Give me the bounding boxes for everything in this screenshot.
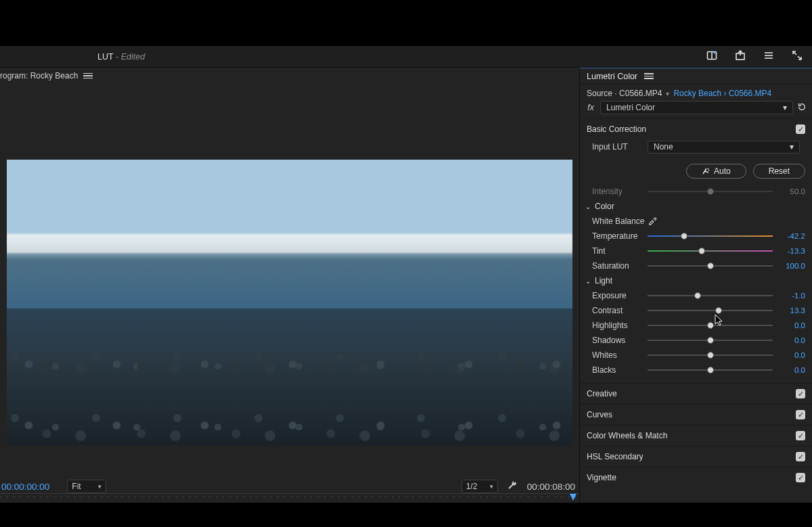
app-titlebar: LUT - Edited xyxy=(0,46,812,68)
section-hsl-secondary: HSL Secondary✓ xyxy=(580,446,812,467)
whites-label: Whites xyxy=(592,350,645,360)
section-color-wheels-match: Color Wheels & Match✓ xyxy=(580,425,812,446)
temperature-slider[interactable] xyxy=(648,232,773,240)
intensity-label: Intensity xyxy=(592,187,645,196)
resolution-dropdown[interactable]: 1/2▾ xyxy=(461,480,498,493)
clip-path-link[interactable]: Rocky Beach › C0566.MP4 xyxy=(673,89,771,98)
contrast-label: Contrast xyxy=(592,306,645,315)
section-creative: Creative✓ xyxy=(580,383,812,404)
exposure-slider[interactable] xyxy=(648,292,773,300)
white-balance-label: White Balance xyxy=(592,216,645,226)
effect-dropdown[interactable]: Lumetri Color▾ xyxy=(600,101,793,114)
intensity-value: 50.0 xyxy=(778,187,805,196)
program-monitor-header: rogram: Rocky Beach xyxy=(0,68,579,84)
section-title[interactable]: Creative xyxy=(587,389,796,398)
section-enable-checkbox[interactable]: ✓ xyxy=(796,473,805,482)
color-group-label: Color xyxy=(595,202,614,211)
chevron-down-icon: ▾ xyxy=(98,483,102,490)
light-group-label: Light xyxy=(595,276,612,285)
exposure-value[interactable]: -1.0 xyxy=(778,292,805,300)
section-title[interactable]: Vignette xyxy=(587,473,796,482)
twirl-down-icon[interactable]: ⌄ xyxy=(585,277,591,285)
lumetri-header: Lumetri Color xyxy=(580,68,812,85)
panel-menu-icon[interactable] xyxy=(644,72,654,81)
macos-bottom-gap xyxy=(0,503,812,527)
intensity-slider xyxy=(648,187,773,196)
input-lut-dropdown[interactable]: None▾ xyxy=(648,141,800,154)
saturation-slider[interactable] xyxy=(648,262,773,270)
lumetri-title: Lumetri Color xyxy=(587,72,637,81)
input-lut-label: Input LUT xyxy=(592,142,645,152)
whites-value[interactable]: 0.0 xyxy=(778,351,805,359)
section-enable-checkbox[interactable]: ✓ xyxy=(796,389,805,398)
lumetri-color-panel: Lumetri Color Source · C0566.MP4 ▾ Rocky… xyxy=(579,68,812,503)
contrast-slider[interactable] xyxy=(648,306,773,315)
highlights-slider[interactable] xyxy=(648,321,773,329)
zoom-fit-dropdown[interactable]: Fit▾ xyxy=(67,480,106,493)
blacks-label: Blacks xyxy=(592,365,645,375)
twirl-down-icon[interactable]: ⌄ xyxy=(585,203,591,210)
eyedropper-icon[interactable] xyxy=(648,216,657,227)
reset-effect-icon[interactable] xyxy=(797,102,807,114)
auto-button[interactable]: Auto xyxy=(686,164,746,179)
zoom-fit-label: Fit xyxy=(72,482,81,491)
program-monitor-title: rogram: Rocky Beach xyxy=(0,71,78,81)
section-vignette: Vignette✓ xyxy=(580,467,812,488)
section-title[interactable]: Color Wheels & Match xyxy=(587,431,796,440)
transport-bar: 00:00:00:00 Fit▾ 1/2▾ 00:00:08:00 xyxy=(0,465,579,503)
section-enable-checkbox[interactable]: ✓ xyxy=(796,431,805,440)
fullscreen-icon[interactable] xyxy=(792,50,803,63)
chevron-down-icon: ▾ xyxy=(490,483,493,490)
section-title[interactable]: HSL Secondary xyxy=(587,452,796,461)
effect-dropdown-label: Lumetri Color xyxy=(606,103,655,112)
video-preview-frame[interactable] xyxy=(7,160,572,446)
whites-slider[interactable] xyxy=(648,351,773,359)
section-curves: Curves✓ xyxy=(580,404,812,425)
timecode-in[interactable]: 00:00:00:00 xyxy=(1,482,49,492)
workspace-layout-icon[interactable] xyxy=(706,50,717,63)
section-title[interactable]: Basic Correction xyxy=(587,124,796,134)
blacks-slider[interactable] xyxy=(648,366,773,374)
shadows-slider[interactable] xyxy=(648,336,773,344)
chevron-down-icon: ▾ xyxy=(783,103,787,112)
highlights-value[interactable]: 0.0 xyxy=(778,321,805,329)
source-clip-row: Source · C0566.MP4 ▾ Rocky Beach › C0566… xyxy=(580,85,812,98)
saturation-value[interactable]: 100.0 xyxy=(778,262,805,270)
tint-label: Tint xyxy=(592,246,645,256)
highlights-label: Highlights xyxy=(592,321,645,330)
export-icon[interactable] xyxy=(735,50,746,63)
section-basic-correction: Basic Correction ✓ Input LUT None▾ Aut xyxy=(580,118,812,383)
section-enable-checkbox[interactable]: ✓ xyxy=(796,410,805,419)
resolution-label: 1/2 xyxy=(466,482,478,491)
temperature-value[interactable]: -42.2 xyxy=(778,232,805,240)
tint-slider[interactable] xyxy=(648,247,773,255)
reset-button[interactable]: Reset xyxy=(753,164,805,179)
section-enable-checkbox[interactable]: ✓ xyxy=(796,452,805,461)
section-enable-checkbox[interactable]: ✓ xyxy=(796,124,805,134)
fx-badge-icon: fx xyxy=(585,103,596,112)
chevron-down-icon[interactable]: ▾ xyxy=(666,90,669,97)
tint-value[interactable]: -13.3 xyxy=(778,247,805,255)
program-monitor-panel: rogram: Rocky Beach 00:00:00:00 Fit▾ 1/2… xyxy=(0,68,579,503)
project-modified: - Edited xyxy=(114,52,145,62)
shadows-value[interactable]: 0.0 xyxy=(778,336,805,344)
shadows-label: Shadows xyxy=(592,336,645,345)
panel-menu-icon[interactable] xyxy=(83,72,93,81)
temperature-label: Temperature xyxy=(592,231,645,241)
blacks-value[interactable]: 0.0 xyxy=(778,366,805,374)
macos-top-gap xyxy=(0,0,812,46)
chevron-down-icon: ▾ xyxy=(790,142,794,152)
project-name: LUT xyxy=(97,52,114,62)
settings-wrench-icon[interactable] xyxy=(498,480,527,492)
saturation-label: Saturation xyxy=(592,261,645,271)
svg-point-2 xyxy=(713,51,715,53)
timecode-out[interactable]: 00:00:08:00 xyxy=(527,482,575,492)
exposure-label: Exposure xyxy=(592,291,645,300)
contrast-value[interactable]: 13.3 xyxy=(778,306,805,315)
menu-icon[interactable] xyxy=(763,50,774,63)
time-ruler[interactable] xyxy=(0,493,579,503)
section-title[interactable]: Curves xyxy=(587,410,796,419)
project-title: LUT - Edited xyxy=(97,52,145,62)
playhead-icon[interactable] xyxy=(570,494,577,501)
